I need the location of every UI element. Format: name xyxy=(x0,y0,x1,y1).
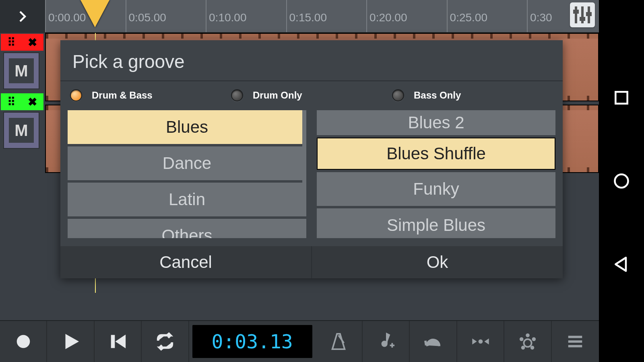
track-header-1[interactable]: ⠿✖ M xyxy=(1,34,43,89)
list-item[interactable]: Others xyxy=(68,219,306,238)
dialog-title: Pick a groove xyxy=(60,40,563,80)
list-item[interactable]: Dance xyxy=(68,146,306,180)
mixer-button[interactable] xyxy=(570,2,595,27)
groove-preset-list[interactable]: Blues 2 Blues Shuffle Funky Simple Blues xyxy=(317,110,555,238)
marker-button[interactable] xyxy=(457,321,504,362)
timeline-tick: 0:10.00 xyxy=(206,0,246,32)
list-item[interactable]: Simple Blues xyxy=(317,208,555,238)
svg-marker-20 xyxy=(615,257,626,271)
drag-handle-icon[interactable]: ⠿ xyxy=(7,36,15,49)
svg-point-9 xyxy=(524,339,531,347)
expand-sidebar-button[interactable] xyxy=(0,0,45,33)
home-button[interactable] xyxy=(613,172,630,190)
mute-button[interactable]: M xyxy=(3,112,39,149)
svg-rect-18 xyxy=(615,92,627,104)
metronome-button[interactable] xyxy=(316,321,363,362)
back-button[interactable] xyxy=(613,255,630,273)
svg-point-13 xyxy=(522,346,525,350)
groove-mode-radio-group: Drum & Bass Drum Only Bass Only xyxy=(60,86,563,110)
radio-drum-and-bass[interactable]: Drum & Bass xyxy=(70,89,231,101)
radio-icon xyxy=(392,89,404,101)
radio-bass-only[interactable]: Bass Only xyxy=(392,89,553,101)
menu-button[interactable] xyxy=(552,321,599,362)
undo-button[interactable] xyxy=(410,321,457,362)
list-item[interactable]: Latin xyxy=(68,183,306,216)
svg-point-12 xyxy=(532,337,535,341)
svg-point-19 xyxy=(615,174,628,187)
svg-marker-1 xyxy=(66,335,78,349)
timeline-tick: 0:30 xyxy=(527,0,552,32)
record-button[interactable] xyxy=(0,321,47,362)
time-display[interactable]: 0:03.13 xyxy=(192,325,312,358)
mute-button[interactable]: M xyxy=(3,52,39,89)
close-icon[interactable]: ✖ xyxy=(28,95,37,109)
ok-button[interactable]: Ok xyxy=(312,246,563,278)
radio-icon xyxy=(70,89,82,101)
play-button[interactable] xyxy=(47,321,94,362)
list-item[interactable]: Blues xyxy=(68,110,306,144)
svg-point-0 xyxy=(17,335,29,348)
timeline-tick: 0:05.00 xyxy=(126,0,166,32)
track-header-2[interactable]: ⠿✖ M xyxy=(1,93,43,149)
playhead-marker[interactable] xyxy=(80,0,109,27)
close-icon[interactable]: ✖ xyxy=(28,36,37,49)
timeline-ruler[interactable]: 0:00.00 0:05.00 0:10.00 0:15.00 0:20.00 … xyxy=(45,0,599,33)
timeline-tick: 0:25.00 xyxy=(447,0,487,32)
svg-marker-3 xyxy=(116,335,126,348)
timeline-tick: 0:15.00 xyxy=(286,0,327,32)
svg-rect-2 xyxy=(111,335,115,348)
svg-point-7 xyxy=(479,339,482,343)
svg-point-10 xyxy=(526,334,529,337)
timeline-tick: 0:00.00 xyxy=(45,0,86,32)
recent-apps-button[interactable] xyxy=(613,89,630,107)
add-note-button[interactable] xyxy=(363,321,410,362)
svg-point-14 xyxy=(531,346,534,350)
radio-icon xyxy=(231,89,243,101)
loop-button[interactable] xyxy=(142,321,189,362)
list-item[interactable]: Blues Shuffle xyxy=(317,138,555,170)
svg-marker-6 xyxy=(473,339,476,344)
groove-category-list[interactable]: Blues Dance Latin Others xyxy=(68,110,306,238)
svg-marker-8 xyxy=(485,339,488,344)
tuner-button[interactable] xyxy=(504,321,551,362)
drag-handle-icon[interactable]: ⠿ xyxy=(7,95,15,109)
radio-drum-only[interactable]: Drum Only xyxy=(231,89,392,101)
list-item[interactable]: Blues 2 xyxy=(317,110,555,135)
track-header-column: ⠿✖ M ⠿✖ M xyxy=(0,33,45,153)
timeline-tick: 0:20.00 xyxy=(366,0,407,32)
cancel-button[interactable]: Cancel xyxy=(60,246,312,278)
rewind-button[interactable] xyxy=(95,321,142,362)
pick-groove-dialog: Pick a groove Drum & Bass Drum Only Bass… xyxy=(60,40,563,278)
android-nav-bar xyxy=(599,0,644,362)
transport-bar: 0:03.13 xyxy=(0,320,599,362)
scrollbar[interactable] xyxy=(302,110,306,238)
svg-point-11 xyxy=(520,337,523,341)
list-item[interactable]: Funky xyxy=(317,172,555,206)
